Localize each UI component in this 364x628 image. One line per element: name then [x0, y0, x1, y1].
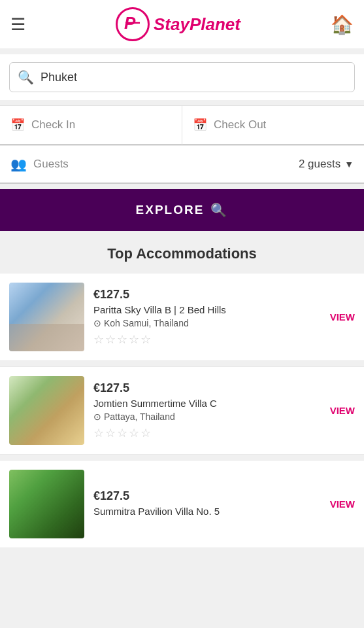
- search-icon: 🔍: [18, 69, 34, 85]
- explore-button[interactable]: EXPLORE 🔍: [0, 189, 364, 231]
- guests-label: Guests: [33, 158, 69, 171]
- logo-text: StayPlanet: [154, 14, 240, 35]
- view-button-3[interactable]: VIEW: [330, 498, 355, 510]
- accommodation-name-2: Jomtien Summertime Villa C: [93, 398, 323, 409]
- home-icon[interactable]: 🏠: [331, 14, 354, 35]
- accommodation-location-1: ⊙ Koh Samui, Thailand: [93, 318, 323, 328]
- view-button-1[interactable]: VIEW: [330, 311, 355, 323]
- guests-count: 2 guests: [299, 158, 340, 171]
- location-icon-2: ⊙: [93, 411, 101, 422]
- chevron-down-icon: ▼: [344, 159, 354, 169]
- logo: P StayPlanet: [116, 7, 240, 41]
- accommodation-price-3: €127.5: [93, 489, 323, 503]
- accommodation-location-2: ⊙ Pattaya, Thailand: [93, 411, 323, 422]
- accommodation-card-3: €127.5 Summitra Pavilion Villa No. 5 VIE…: [0, 460, 364, 548]
- explore-label: EXPLORE: [136, 203, 205, 217]
- accommodation-name-3: Summitra Pavilion Villa No. 5: [93, 506, 323, 517]
- checkin-field[interactable]: 📅 Check In: [0, 106, 182, 145]
- explore-search-icon: 🔍: [210, 202, 228, 218]
- checkin-label: Check In: [31, 118, 75, 131]
- accommodation-info-1: €127.5 Paritta Sky Villa B | 2 Bed Hills…: [93, 288, 323, 347]
- guests-value[interactable]: 2 guests ▼: [299, 158, 354, 171]
- header: ☰ P StayPlanet 🏠: [0, 0, 364, 49]
- location-icon-1: ⊙: [93, 318, 101, 328]
- accommodation-stars-1: ☆ ☆ ☆ ☆ ☆: [93, 332, 323, 347]
- accommodation-card-1: €127.5 Paritta Sky Villa B | 2 Bed Hills…: [0, 273, 364, 361]
- checkout-field[interactable]: 📅 Check Out: [182, 106, 364, 145]
- guests-row[interactable]: 👥 Guests 2 guests ▼: [0, 145, 364, 184]
- accommodation-info-3: €127.5 Summitra Pavilion Villa No. 5: [93, 489, 323, 519]
- accommodation-card-2: €127.5 Jomtien Summertime Villa C ⊙ Patt…: [0, 366, 364, 455]
- search-input[interactable]: [41, 71, 346, 84]
- accommodation-image-1: [9, 283, 84, 351]
- checkout-calendar-icon: 📅: [193, 118, 207, 132]
- hamburger-icon[interactable]: ☰: [10, 14, 25, 35]
- checkout-label: Check Out: [214, 118, 266, 131]
- logo-letter: P: [123, 13, 142, 36]
- search-bar-container: 🔍: [0, 54, 364, 100]
- view-button-2[interactable]: VIEW: [330, 405, 355, 416]
- guests-left: 👥 Guests: [10, 156, 69, 172]
- accommodation-image-3: [9, 470, 84, 538]
- search-bar[interactable]: 🔍: [9, 62, 355, 92]
- logo-circle: P: [116, 7, 150, 41]
- accommodations-list: €127.5 Paritta Sky Villa B | 2 Bed Hills…: [0, 273, 364, 548]
- accommodation-info-2: €127.5 Jomtien Summertime Villa C ⊙ Patt…: [93, 381, 323, 440]
- checkin-calendar-icon: 📅: [10, 118, 25, 132]
- section-title: Top Accommodations: [0, 231, 364, 273]
- accommodation-name-1: Paritta Sky Villa B | 2 Bed Hills: [93, 304, 323, 315]
- guests-icon: 👥: [10, 156, 27, 172]
- accommodation-price-2: €127.5: [93, 381, 323, 395]
- accommodation-stars-2: ☆ ☆ ☆ ☆ ☆: [93, 426, 323, 440]
- accommodation-price-1: €127.5: [93, 288, 323, 302]
- date-row: 📅 Check In 📅 Check Out: [0, 105, 364, 145]
- accommodation-image-2: [9, 376, 84, 445]
